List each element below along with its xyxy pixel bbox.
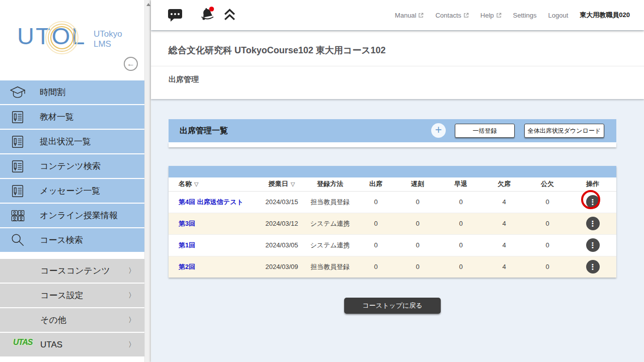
notification-bell-icon[interactable] (199, 6, 216, 25)
username: 東大用教職員020 (580, 11, 630, 20)
vertical-ellipsis-icon: ⋮ (589, 198, 597, 206)
row-actions-menu-button[interactable]: ⋮ (586, 217, 600, 230)
logo-text: UT (17, 22, 52, 50)
logo-text: O (52, 23, 72, 49)
sidebar-section-label: コースコンテンツ (40, 265, 110, 277)
column-header-attendance: 出席 (356, 177, 396, 191)
row-actions-menu-button[interactable]: ⋮ (586, 238, 600, 252)
logo-subtitle: UTokyo LMS (94, 29, 122, 49)
column-header-excused: 公欠 (526, 177, 569, 191)
chevron-right-icon: 〉 (128, 266, 135, 276)
manual-link[interactable]: Manual (395, 12, 424, 19)
external-link-icon (496, 13, 502, 18)
attendance-panel: 出席管理一覧 + 一括登録 全体出席状況ダウンロード (169, 119, 616, 147)
excused-count: 0 (526, 234, 569, 256)
late-count: 0 (396, 234, 439, 256)
sidebar-item-content-search[interactable]: コンテンツ検索 (0, 154, 144, 178)
sidebar-item-course-search[interactable]: コース検索 (0, 228, 144, 252)
graduation-cap-icon (9, 85, 27, 100)
messages-icon[interactable] (168, 9, 182, 19)
sidebar-scrollbar[interactable] (144, 0, 151, 362)
sidebar-section-course-settings[interactable]: コース設定 〉 (0, 284, 144, 307)
table-row: 第3回 2024/03/12 システム連携 0 0 0 4 0 ⋮ (169, 213, 616, 234)
attendance-session-link[interactable]: 第1回 (179, 241, 195, 249)
help-link[interactable]: Help (480, 12, 502, 19)
contacts-link[interactable]: Contacts (435, 12, 468, 19)
panel-title: 出席管理一覧 (180, 126, 228, 136)
row-actions-menu-button[interactable]: ⋮ (586, 195, 600, 209)
registration-method: 担当教員登録 (304, 256, 356, 278)
sidebar-item-label: 提出状況一覧 (40, 136, 91, 147)
early-leave-count: 0 (439, 191, 482, 213)
logo-area: UT O L UTokyo LMS ← (0, 0, 144, 80)
column-header-late: 遅刻 (396, 177, 439, 191)
vertical-ellipsis-icon: ⋮ (589, 241, 597, 249)
absence-count: 4 (482, 213, 526, 234)
sidebar-item-materials[interactable]: 教材一覧 (0, 105, 144, 129)
sidebar-item-submission-status[interactable]: 提出状況一覧 (0, 130, 144, 153)
sort-icon[interactable]: ▽ (194, 181, 198, 187)
download-all-attendance-button[interactable]: 全体出席状況ダウンロード (524, 124, 604, 138)
footer-row: コーストップに戻る (169, 298, 616, 314)
sidebar-collapse-button[interactable]: ← (124, 57, 138, 71)
attendance-count: 0 (356, 191, 396, 213)
attendance-session-link[interactable]: 第2回 (179, 263, 195, 270)
table-header-row: 名称▽ 授業日▽ 登録方法 出席 遅刻 早退 欠席 公欠 操作 (169, 177, 616, 191)
registration-method: システム連携 (304, 213, 356, 234)
scroll-up-arrow-icon[interactable] (146, 3, 150, 6)
left-arrow-icon: ← (127, 59, 135, 68)
row-actions-menu-button[interactable]: ⋮ (586, 260, 600, 274)
attendance-count: 0 (356, 213, 396, 234)
class-date: 2024/03/05 (259, 234, 304, 256)
excused-count: 0 (526, 213, 569, 234)
column-header-name[interactable]: 名称▽ (169, 177, 259, 191)
sidebar-item-label: メッセージ一覧 (40, 185, 101, 197)
settings-link[interactable]: Settings (513, 12, 537, 19)
sort-icon[interactable]: ▽ (291, 181, 295, 187)
vertical-ellipsis-icon: ⋮ (589, 219, 597, 228)
absence-count: 4 (482, 234, 526, 256)
column-header-actions: 操作 (569, 177, 616, 191)
sidebar-item-label: オンライン授業情報 (40, 210, 118, 221)
column-header-date[interactable]: 授業日▽ (259, 177, 304, 191)
page-title: 出席管理 (151, 66, 644, 84)
table-row: 第4回 出席送信テスト 2024/03/15 担当教員登録 0 0 0 4 0 … (169, 191, 616, 213)
topbar: Manual Contacts Help Settings Logout 東大用… (151, 0, 644, 30)
late-count: 0 (396, 213, 439, 234)
excused-count: 0 (526, 256, 569, 278)
search-icon (9, 233, 27, 248)
sidebar-item-label: コンテンツ検索 (40, 160, 101, 172)
sidebar-section-label: コース設定 (40, 290, 84, 301)
sidebar-section-label: UTAS (40, 340, 62, 350)
plus-icon: + (435, 123, 442, 136)
video-grid-icon (9, 208, 27, 223)
table-row: 第2回 2024/03/09 担当教員登録 0 0 0 4 0 ⋮ (169, 256, 616, 278)
back-to-course-top-button[interactable]: コーストップに戻る (344, 298, 441, 314)
bulk-register-button[interactable]: 一括登録 (455, 124, 515, 138)
collapse-topbar-icon[interactable] (223, 8, 236, 24)
late-count: 0 (396, 256, 439, 278)
external-link-icon (463, 13, 469, 18)
sidebar-section-utas[interactable]: UTAS UTAS 〉 (0, 333, 144, 356)
logo-o-rings: O (52, 22, 72, 50)
attendance-session-link[interactable]: 第4回 出席送信テスト (179, 198, 244, 206)
absence-count: 4 (482, 256, 526, 278)
attendance-session-link[interactable]: 第3回 (179, 220, 195, 227)
sidebar: UT O L UTokyo LMS ← 時間割 (0, 0, 144, 362)
sidebar-item-messages[interactable]: メッセージ一覧 (0, 179, 144, 203)
sidebar-section-others[interactable]: その他 〉 (0, 308, 144, 332)
sidebar-item-online-class-info[interactable]: オンライン授業情報 (0, 204, 144, 227)
excused-count: 0 (526, 191, 569, 213)
clipboard-icon (9, 159, 27, 174)
registration-method: システム連携 (304, 234, 356, 256)
attendance-table: 名称▽ 授業日▽ 登録方法 出席 遅刻 早退 欠席 公欠 操作 (169, 166, 616, 278)
chevron-right-icon: 〉 (128, 291, 135, 300)
chevron-right-icon: 〉 (128, 316, 135, 325)
add-attendance-button[interactable]: + (431, 123, 446, 138)
main-area: Manual Contacts Help Settings Logout 東大用… (151, 0, 644, 362)
sidebar-section-course-contents[interactable]: コースコンテンツ 〉 (0, 259, 144, 283)
sidebar-item-timetable[interactable]: 時間割 (0, 80, 144, 104)
early-leave-count: 0 (439, 234, 482, 256)
logout-link[interactable]: Logout (548, 12, 569, 19)
sidebar-item-label: 教材一覧 (40, 111, 74, 123)
